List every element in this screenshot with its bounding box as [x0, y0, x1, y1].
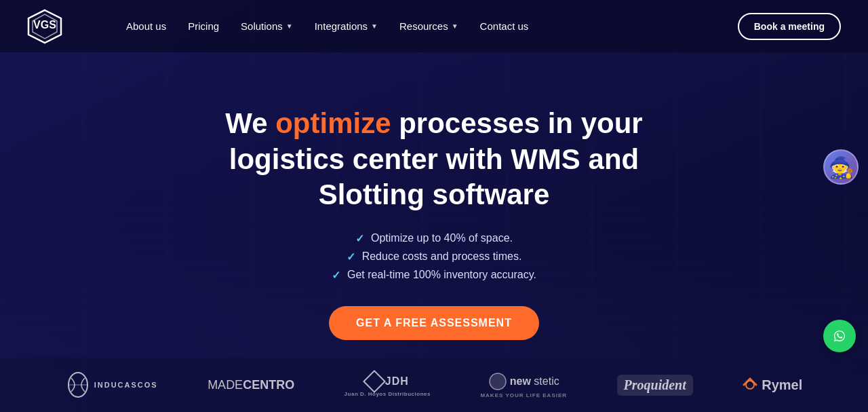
hero-title-part1: We: [225, 107, 275, 139]
nav-pricing[interactable]: Pricing: [178, 15, 229, 37]
nav-about-us[interactable]: About us: [117, 15, 176, 37]
partner-rymel: Rymel: [743, 377, 802, 393]
hero-bullet-1: ✓ Optimize up to 40% of space.: [355, 232, 513, 245]
hero-title-highlight: optimize: [275, 107, 391, 139]
book-meeting-button[interactable]: Book a meeting: [738, 13, 841, 40]
jdh-label: JDH: [385, 375, 409, 388]
partner-logo-strip: INDUCASCOS MADECENTRO JDH Juan D. Hoyos …: [0, 358, 868, 412]
rymel-icon: [743, 377, 757, 392]
partner-proquident: Proquident: [617, 375, 693, 396]
cta-button[interactable]: GET A FREE ASSESSMENT: [329, 306, 539, 340]
nav-resources[interactable]: Resources ▼: [390, 15, 468, 37]
whatsapp-icon: [830, 326, 849, 345]
madecentro-label: MADECENTRO: [208, 378, 294, 392]
partner-newstetic: new stetic MAKES YOUR LIFE EASIER: [480, 372, 567, 398]
svg-text:VGS: VGS: [33, 19, 56, 31]
newstetic-icon: [488, 372, 507, 391]
partner-inducascos: INDUCASCOS: [66, 371, 158, 398]
hero-bullet-2: ✓ Reduce costs and process times.: [347, 250, 522, 263]
logo-icon: VGS: [27, 9, 62, 44]
hero-bullet-3: ✓ Get real-time 100% inventory accuracy.: [332, 269, 536, 282]
resources-chevron-icon: ▼: [452, 22, 458, 30]
check-icon-1: ✓: [355, 232, 364, 245]
hero-content: We optimize processes in yourlogistics c…: [225, 72, 642, 340]
navbar: VGS About us Pricing Solutions ▼ Integra…: [0, 0, 868, 52]
nav-contact-us[interactable]: Contact us: [471, 15, 538, 37]
partner-jdh: JDH Juan D. Hoyos Distribuciones: [344, 373, 431, 397]
proquident-label: Proquident: [624, 377, 686, 393]
integrations-chevron-icon: ▼: [371, 22, 378, 30]
svg-point-6: [746, 381, 754, 389]
check-icon-2: ✓: [347, 250, 355, 263]
jdh-diamond-icon: [363, 370, 386, 393]
nav-links: About us Pricing Solutions ▼ Integration…: [117, 15, 738, 37]
nav-solutions[interactable]: Solutions ▼: [231, 15, 302, 37]
inducascos-icon: [66, 371, 90, 398]
newstetic-label: new stetic: [510, 375, 559, 388]
solutions-chevron-icon: ▼: [286, 22, 293, 30]
chat-widget-icon: 🧙: [829, 155, 854, 179]
inducascos-label: INDUCASCOS: [94, 381, 158, 389]
rymel-label: Rymel: [762, 377, 802, 393]
hero-bullets: ✓ Optimize up to 40% of space. ✓ Reduce …: [225, 232, 642, 282]
logo[interactable]: VGS: [27, 9, 62, 44]
chat-widget[interactable]: 🧙: [823, 149, 859, 185]
partner-madecentro: MADECENTRO: [208, 378, 294, 392]
nav-integrations[interactable]: Integrations ▼: [305, 15, 387, 37]
svg-point-7: [831, 327, 848, 345]
whatsapp-button[interactable]: [823, 320, 856, 352]
hero-title: We optimize processes in yourlogistics c…: [225, 106, 642, 213]
check-icon-3: ✓: [332, 269, 340, 282]
newstetic-sublabel: MAKES YOUR LIFE EASIER: [480, 392, 567, 398]
jdh-sublabel: Juan D. Hoyos Distribuciones: [344, 391, 431, 397]
hero-section: VGS About us Pricing Solutions ▼ Integra…: [0, 0, 868, 412]
svg-point-5: [490, 373, 506, 390]
